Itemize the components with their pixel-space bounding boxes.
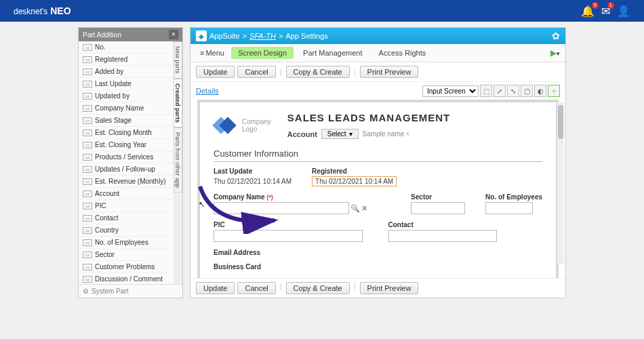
part-item[interactable]: ▭Added by [79,66,174,78]
right-tools: Input Screen ⬚ ⤢ ⤡ ▢ ◐ ＋ [422,85,560,97]
clear-icon[interactable]: ✕ [361,204,367,213]
field-icon: ▭ [83,81,92,87]
field-icon: ▭ [83,178,92,185]
field-icon: ▭ [83,227,92,234]
expand-icon[interactable]: ⤡ [507,85,519,97]
part-item[interactable]: ▭Updated by [79,90,174,102]
part-item[interactable]: ▭Updates / Follow-up [79,163,174,176]
update-button-bottom[interactable]: Update [196,282,235,294]
tab-screen-design[interactable]: Screen Design [231,47,294,59]
brand-suffix: NEO [50,5,71,16]
menu-tabs: Screen DesignPart ManagementAccess Right… [231,47,432,59]
field-icon: ▭ [83,239,92,246]
logo-shape-icon [214,114,237,137]
field-icon: ▭ [83,191,92,197]
part-tab[interactable]: Created parts [174,79,182,127]
breadcrumb-link[interactable]: SFA-TH [249,32,276,40]
appsuite-icon: ◆ [196,31,207,41]
tool-icon-1[interactable]: ⬚ [480,85,492,97]
employees-input[interactable] [485,202,533,214]
menu-button[interactable]: ≡ Menu [196,47,228,58]
tool-icon-3[interactable]: ▢ [521,85,533,97]
field-icon: ▭ [83,129,92,136]
update-button[interactable]: Update [196,66,235,78]
details-link[interactable]: Details [196,87,219,95]
company-name-input[interactable] [214,202,349,214]
account-select-button[interactable]: Select▾ [321,129,359,139]
gear-icon[interactable]: ✿ [552,31,560,41]
part-item[interactable]: ▭Sales Stage [79,115,174,127]
copy-create-button[interactable]: Copy & Create [286,66,350,78]
part-item[interactable]: ▭Account [79,188,174,200]
part-item[interactable]: ▭Contact [79,212,174,224]
field-icon: ▭ [83,105,92,112]
copy-create-button-bottom[interactable]: Copy & Create [286,282,350,294]
tool-icon-2[interactable]: ⤢ [494,85,506,97]
part-tab[interactable]: Parts from other app [174,127,182,193]
part-item[interactable]: ▭PIC [79,200,174,212]
part-item[interactable]: ▭Customer Problems [79,261,174,273]
part-item[interactable]: ▭Discussion / Comment [79,273,174,284]
part-item[interactable]: ▭No. of Employees [79,237,174,249]
brand-prefix: desknet's [14,7,47,16]
user-icon[interactable]: 👤 [617,5,630,18]
brand-logo: desknet's NEO [14,5,71,16]
print-preview-button-bottom[interactable]: Print Preview [360,282,419,294]
part-addition-panel: Part Addition × ▭No.▭Registered▭Added by… [78,27,183,298]
design-canvas[interactable]: Company Logo SALES LEADS MANAGEMENT Acco… [197,100,559,278]
field-icon: ▭ [83,215,92,222]
tab-part-management[interactable]: Part Management [296,47,369,59]
tool-icon-4[interactable]: ◐ [534,85,546,97]
email-label: Email Address [214,249,260,256]
contact-input[interactable] [388,230,497,242]
registered-label: Registered [312,167,397,175]
last-update-value: Thu 02/12/2021 10:14 AM [214,176,291,186]
tab-access-rights[interactable]: Access Rights [372,47,433,59]
part-tab[interactable]: New parts [174,41,182,79]
account-row: Account Select▾ Sample name× [287,129,450,139]
part-item[interactable]: ▭No. [79,41,174,54]
field-icon: ▭ [83,117,92,124]
business-card-label: Business Card [214,263,261,271]
search-icon[interactable]: 🔍 [350,204,360,213]
sector-label: Sector [411,193,465,201]
message-icon[interactable]: ✉1 [601,5,610,18]
account-label: Account [287,130,317,138]
field-icon: ▭ [83,142,92,148]
part-item[interactable]: ▭Registered [79,54,174,66]
cancel-button[interactable]: Cancel [237,66,275,78]
add-icon[interactable]: ＋ [548,85,560,97]
company-name-label: Company Name (*) [214,193,390,201]
sector-input[interactable] [411,202,465,214]
part-list[interactable]: ▭No.▭Registered▭Added by▭Last Update▭Upd… [79,41,174,284]
pic-label: PIC [214,221,368,228]
part-item[interactable]: ▭Est. Revenue (Monthly) [79,176,174,188]
logo-text: Company Logo [242,118,271,133]
pic-input[interactable] [214,230,363,242]
part-panel-title: Part Addition [83,31,121,39]
part-item[interactable]: ▭Sector [79,249,174,261]
part-item[interactable]: ▭Company Name [79,102,174,115]
cancel-button-bottom[interactable]: Cancel [237,282,275,294]
play-icon[interactable]: ▶▾ [550,48,560,58]
notification-icon[interactable]: 🔔5 [581,5,595,18]
menu-bar: ≡ Menu Screen DesignPart ManagementAcces… [190,44,565,62]
part-item[interactable]: ▭Products / Services [79,151,174,163]
breadcrumb-app[interactable]: AppSuite [209,32,240,40]
registered-value: Thu 02/12/2021 10:14 AM [312,176,397,186]
print-preview-button[interactable]: Print Preview [360,66,419,78]
sub-toolbar: Details Input Screen ⬚ ⤢ ⤡ ▢ ◐ ＋ [190,82,565,100]
part-tabs: New partsCreated partsParts from other a… [174,41,182,284]
part-item[interactable]: ▭Est. Closing Year [79,139,174,151]
screen-select[interactable]: Input Screen [422,85,479,97]
close-icon[interactable]: × [169,30,178,39]
topbar: desknet's NEO 🔔5 ✉1 👤 [0,0,644,22]
field-icon: ▭ [83,56,92,63]
part-item[interactable]: ▭Country [79,224,174,237]
chip-remove-icon[interactable]: × [405,130,409,138]
part-footer[interactable]: ⚙ System Part [79,284,182,298]
notification-badge: 5 [592,2,599,9]
vertical-scrollbar[interactable] [557,102,564,264]
part-item[interactable]: ▭Last Update [79,78,174,90]
part-item[interactable]: ▭Est. Closing Month [79,127,174,139]
